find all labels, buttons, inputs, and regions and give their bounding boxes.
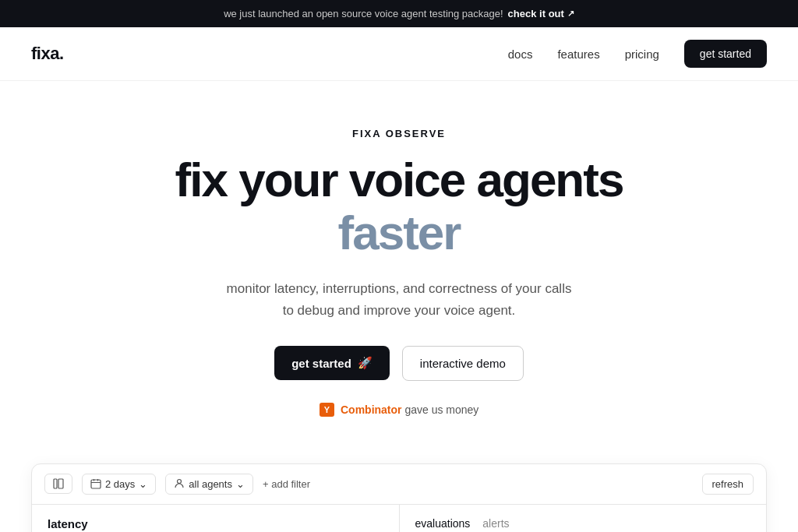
- tab-alerts[interactable]: alerts: [482, 517, 509, 532]
- yc-gave-us-money-text: gave us money: [404, 403, 478, 416]
- nav-get-started-button[interactable]: get started: [684, 40, 767, 68]
- refresh-button[interactable]: refresh: [702, 474, 754, 495]
- latency-title: latency: [48, 517, 383, 530]
- days-label: 2 days: [105, 478, 135, 490]
- hero-section: FIXA OBSERVE fix your voice agents faste…: [0, 81, 798, 448]
- date-range-button[interactable]: 2 days ⌄: [82, 474, 156, 495]
- agent-label: all agents: [189, 478, 232, 490]
- dashboard-content: latency 50% 90% 95% average last 2 days: [32, 505, 766, 532]
- hero-subtext-line2: to debug and improve your voice agent.: [283, 303, 516, 318]
- chevron-down-icon-agent: ⌄: [236, 478, 245, 490]
- svg-rect-1: [58, 479, 63, 488]
- top-banner: we just launched an open source voice ag…: [0, 0, 798, 27]
- get-started-label: get started: [291, 357, 351, 370]
- logo[interactable]: fixa.: [31, 44, 64, 64]
- nav-link-features[interactable]: features: [557, 48, 599, 61]
- add-filter-button[interactable]: + add filter: [263, 478, 310, 490]
- hero-buttons: get started 🚀 interactive demo: [274, 346, 524, 381]
- layout-toggle-button[interactable]: [44, 474, 72, 494]
- hero-headline-main: fix your voice agents: [175, 153, 623, 206]
- hero-headline-accent: faster: [175, 206, 623, 259]
- latency-panel: latency 50% 90% 95% average last 2 days: [32, 505, 400, 532]
- tab-evaluations[interactable]: evaluations: [415, 517, 471, 532]
- add-filter-label: + add filter: [263, 478, 310, 490]
- external-link-icon: ↗: [567, 9, 574, 19]
- navbar: fixa. docs features pricing get started: [0, 27, 798, 81]
- banner-text: we just launched an open source voice ag…: [224, 8, 503, 19]
- hero-label: FIXA OBSERVE: [352, 128, 446, 139]
- yc-logo: Y: [320, 403, 334, 417]
- dashboard-toolbar: 2 days ⌄ all agents ⌄ + add filter refre…: [32, 464, 766, 505]
- yc-badge: Y Combinator gave us money: [320, 403, 479, 417]
- dashboard-preview: 2 days ⌄ all agents ⌄ + add filter refre…: [31, 463, 767, 532]
- sidebar-layout-icon: [53, 478, 64, 489]
- eval-tabs: evaluations alerts: [415, 517, 751, 532]
- agent-filter-button[interactable]: all agents ⌄: [165, 474, 253, 495]
- interactive-demo-button[interactable]: interactive demo: [402, 346, 524, 381]
- nav-link-pricing[interactable]: pricing: [625, 48, 659, 61]
- nav-link-docs[interactable]: docs: [508, 48, 533, 61]
- svg-rect-0: [54, 479, 57, 488]
- rocket-icon: 🚀: [358, 356, 373, 370]
- check-link-label: check it out: [508, 8, 564, 19]
- chevron-down-icon: ⌄: [139, 478, 147, 490]
- hero-subtext-line1: monitor latency, interruptions, and corr…: [227, 281, 572, 296]
- nav-links: docs features pricing get started: [508, 40, 767, 68]
- svg-rect-2: [91, 480, 101, 488]
- yc-combinator-text: Combinator: [341, 403, 402, 416]
- yc-text: Combinator gave us money: [341, 403, 478, 416]
- svg-point-6: [178, 480, 182, 484]
- person-icon: [174, 478, 185, 489]
- check-it-out-link[interactable]: check it out ↗: [508, 8, 574, 19]
- hero-subtext: monitor latency, interruptions, and corr…: [227, 278, 572, 320]
- eval-panel: evaluations alerts correctly booked appo…: [400, 505, 767, 532]
- calendar-icon: [90, 478, 101, 489]
- hero-headline: fix your voice agents faster: [175, 153, 623, 278]
- get-started-button[interactable]: get started 🚀: [274, 346, 390, 380]
